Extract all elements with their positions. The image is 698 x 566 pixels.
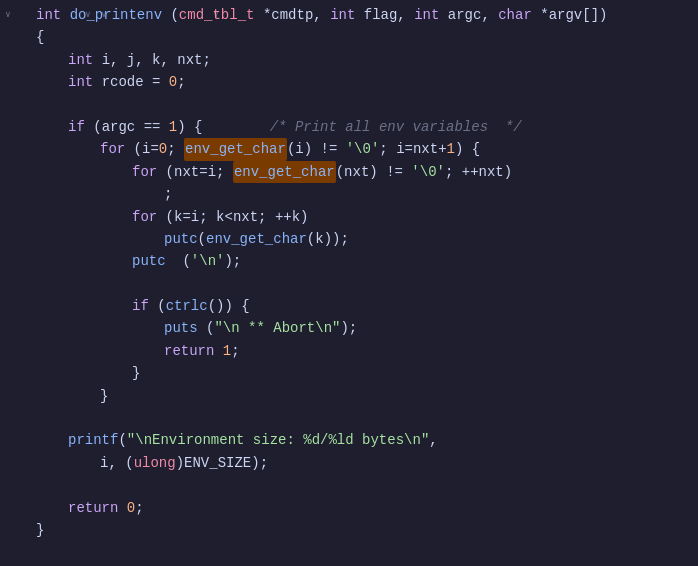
code-line: int i, j, k, nxt; bbox=[36, 49, 698, 71]
token-var: j bbox=[127, 49, 135, 71]
token-var: argv bbox=[549, 4, 583, 26]
code-line: ; bbox=[36, 183, 698, 205]
token-plain: ; ++ bbox=[258, 206, 292, 228]
code-line: } bbox=[36, 362, 698, 384]
code-line: for (nxt=i; env_get_char(nxt) != '\0'; +… bbox=[36, 161, 698, 183]
token-fn: printf bbox=[68, 429, 118, 451]
code-line: if (ctrlc()) { bbox=[36, 295, 698, 317]
code-line: puts ("\n ** Abort\n"); bbox=[36, 317, 698, 339]
gutter-row bbox=[16, 4, 32, 26]
token-plain: ( bbox=[307, 228, 315, 250]
token-fn: ctrlc bbox=[166, 295, 208, 317]
code-line: printf("\nEnvironment size: %d/%ld bytes… bbox=[36, 429, 698, 451]
token-plain: == bbox=[135, 116, 169, 138]
code-line bbox=[36, 273, 698, 295]
token-fn: env_get_char bbox=[233, 161, 336, 183]
token-plain: ( bbox=[85, 116, 102, 138]
token-plain: , bbox=[397, 4, 414, 26]
token-var: i bbox=[208, 161, 216, 183]
token-fn: do_printenv bbox=[70, 4, 162, 26]
token-plain: ) != bbox=[369, 161, 411, 183]
code-line: int rcode = 0; bbox=[36, 71, 698, 93]
token-plain bbox=[93, 71, 101, 93]
token-kw: if bbox=[132, 295, 149, 317]
token-char-lit: '\0' bbox=[411, 161, 445, 183]
code-line bbox=[36, 474, 698, 496]
token-var: i bbox=[142, 138, 150, 160]
token-kw: int bbox=[330, 4, 355, 26]
token-fn: puts bbox=[164, 317, 198, 339]
token-plain: } bbox=[36, 519, 44, 541]
token-plain bbox=[61, 4, 69, 26]
token-var: nxt bbox=[233, 206, 258, 228]
token-num: 1 bbox=[447, 138, 455, 160]
token-kw: int bbox=[68, 71, 93, 93]
token-num: 1 bbox=[169, 116, 177, 138]
token-plain: ()) { bbox=[208, 295, 250, 317]
token-var: nxt bbox=[174, 161, 199, 183]
token-kw: int bbox=[414, 4, 439, 26]
token-plain: = bbox=[199, 161, 207, 183]
gutter-row: ∨ bbox=[0, 4, 16, 26]
token-plain: ( bbox=[118, 429, 126, 451]
token-fn: putc bbox=[164, 228, 198, 250]
token-str: "\nEnvironment size: %d/%ld bytes\n" bbox=[127, 429, 429, 451]
token-fn: putc bbox=[132, 250, 166, 272]
token-type: cmd_tbl_t bbox=[179, 4, 255, 26]
token-comment: /* Print all env variables */ bbox=[202, 116, 521, 138]
token-plain bbox=[439, 4, 447, 26]
token-char-lit: '\n' bbox=[191, 250, 225, 272]
token-plain: ); bbox=[251, 452, 268, 474]
token-num: 0 bbox=[159, 138, 167, 160]
code-line bbox=[36, 94, 698, 116]
token-var: nxt bbox=[479, 161, 504, 183]
token-var: argc bbox=[102, 116, 136, 138]
token-plain: = bbox=[405, 138, 413, 160]
token-plain bbox=[93, 49, 101, 71]
token-plain: ( bbox=[157, 206, 174, 228]
token-plain: < bbox=[224, 206, 232, 228]
token-var: flag bbox=[364, 4, 398, 26]
token-var: i bbox=[295, 138, 303, 160]
token-kw: if bbox=[68, 116, 85, 138]
code-line: int do_printenv (cmd_tbl_t *cmdtp, int f… bbox=[36, 4, 698, 26]
token-plain: = bbox=[144, 71, 169, 93]
token-var: i bbox=[102, 49, 110, 71]
token-plain bbox=[214, 340, 222, 362]
token-plain: ( bbox=[198, 317, 215, 339]
token-plain: , bbox=[481, 4, 498, 26]
token-kw: for bbox=[132, 161, 157, 183]
code-line: i, (ulong)ENV_SIZE); bbox=[36, 452, 698, 474]
token-var: k bbox=[315, 228, 323, 250]
token-plain: ; bbox=[199, 206, 216, 228]
token-var: argc bbox=[448, 4, 482, 26]
token-plain: } bbox=[132, 362, 140, 384]
token-var: i bbox=[191, 206, 199, 228]
fold-toggle[interactable]: ∨ bbox=[0, 4, 16, 26]
token-plain: ; bbox=[167, 138, 184, 160]
code-line: return 0; bbox=[36, 497, 698, 519]
token-type: ulong bbox=[134, 452, 176, 474]
token-plain: []) bbox=[582, 4, 607, 26]
token-plain: ); bbox=[224, 250, 241, 272]
token-plain: ); bbox=[340, 317, 357, 339]
code-line: return 1; bbox=[36, 340, 698, 362]
token-num: 1 bbox=[223, 340, 231, 362]
token-str: "\n ** Abort\n" bbox=[214, 317, 340, 339]
token-var: nxt bbox=[177, 49, 202, 71]
token-fn: env_get_char bbox=[184, 138, 287, 160]
token-kw: return bbox=[68, 497, 118, 519]
token-plain: ; bbox=[231, 340, 239, 362]
token-plain: ( bbox=[287, 138, 295, 160]
token-kw: char bbox=[498, 4, 532, 26]
code-line: putc(env_get_char(k)); bbox=[36, 228, 698, 250]
token-plain: ( bbox=[125, 138, 142, 160]
gutter: ∨∨∨∨ bbox=[0, 4, 32, 562]
token-var: k bbox=[174, 206, 182, 228]
token-plain: , bbox=[135, 49, 152, 71]
token-plain: ( bbox=[198, 228, 206, 250]
token-plain: ; bbox=[379, 138, 396, 160]
code-line: } bbox=[36, 519, 698, 541]
token-num: 0 bbox=[127, 497, 135, 519]
token-var: k bbox=[216, 206, 224, 228]
